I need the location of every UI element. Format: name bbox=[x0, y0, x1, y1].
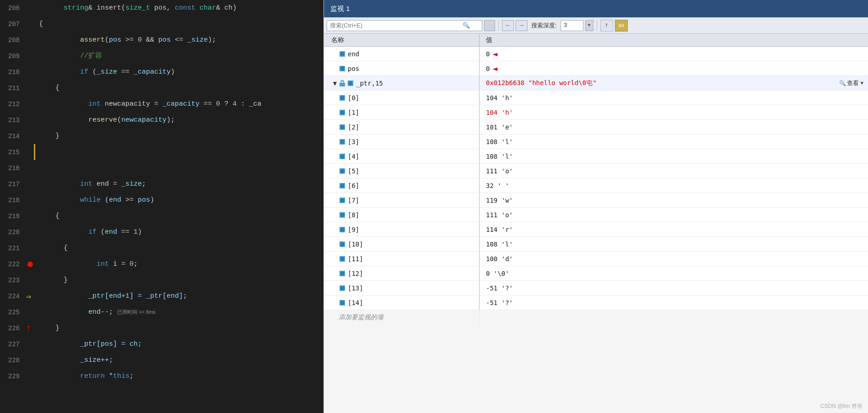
watch-value-ptr: 0x012b6638 "hhello world\0屯" 🔍 查看 ▼ bbox=[480, 76, 868, 90]
watch-rows: end 0 ◄ pos 0 ◄ ▼ bbox=[324, 47, 868, 325]
var-name-ptr-9: [9] bbox=[348, 226, 359, 233]
watch-value-ptr-5: 111 'o' bbox=[480, 164, 868, 178]
gutter-226: ↑ bbox=[25, 320, 35, 336]
pin-icon-btn[interactable]: ⊤ bbox=[600, 20, 613, 32]
code-line-229: 229 return *this; bbox=[0, 368, 320, 384]
svg-rect-30 bbox=[340, 257, 344, 261]
line-num-221: 221 bbox=[0, 245, 25, 252]
var-name-ptr-11: [11] bbox=[348, 255, 363, 263]
var-name-ptr-10: [10] bbox=[348, 241, 363, 248]
cube-icon-ptr-5 bbox=[339, 167, 346, 175]
gutter-216 bbox=[25, 160, 35, 176]
watch-value-ptr-6: 32 ' ' bbox=[480, 178, 868, 193]
search-dropdown-btn[interactable]: ▼ bbox=[484, 20, 495, 31]
back-btn[interactable]: ← bbox=[502, 20, 514, 31]
code-content-214: } bbox=[35, 128, 59, 144]
cube-icon-end bbox=[339, 50, 346, 58]
depth-dropdown-btn[interactable]: ▼ bbox=[585, 20, 593, 31]
gutter-217 bbox=[25, 176, 35, 192]
cube-icon-ptr-4 bbox=[339, 153, 346, 160]
watch-value-ptr-10: 108 'l' bbox=[480, 237, 868, 251]
cube-icon-ptr-3 bbox=[339, 138, 346, 145]
watch-row-ptr-3[interactable]: [3] 108 'l' bbox=[324, 134, 868, 149]
watch-row-ptr-2[interactable]: [2] 101 'e' bbox=[324, 120, 868, 134]
var-name-ptr-1: [1] bbox=[348, 109, 359, 116]
view-text[interactable]: 查看 bbox=[847, 79, 859, 87]
search-box[interactable]: 🔍 bbox=[327, 20, 482, 31]
expand-arrow-pos bbox=[331, 65, 339, 72]
watch-row-ptr-5[interactable]: [5] 111 'o' bbox=[324, 164, 868, 178]
depth-value: 3 bbox=[561, 20, 583, 31]
watch-row-ptr-6[interactable]: [6] 32 ' ' bbox=[324, 178, 868, 193]
expand-arrow-ptr: ▼ bbox=[331, 80, 339, 87]
breakpoint-222[interactable] bbox=[27, 262, 33, 267]
gutter-215 bbox=[25, 144, 35, 160]
search-icon: 🔍 bbox=[463, 22, 470, 29]
watch-title-bar: 监视 1 bbox=[324, 0, 868, 17]
watch-row-ptr[interactable]: ▼ _ptr,15 0x012b6638 "hhello world\0屯" 🔍… bbox=[324, 76, 868, 91]
toolbar-separator-1 bbox=[498, 21, 499, 31]
view-dropdown[interactable]: ▼ bbox=[860, 80, 864, 86]
hex-icon-btn[interactable]: ab bbox=[615, 20, 628, 32]
watermark: CSDN @lim 胖哥 bbox=[820, 402, 863, 410]
watch-row-ptr-14[interactable]: [14] -51 '?' bbox=[324, 295, 868, 310]
watch-row-ptr-8[interactable]: [8] 111 'o' bbox=[324, 208, 868, 222]
gutter-222 bbox=[25, 256, 35, 272]
cube-icon-ptr-11 bbox=[339, 255, 346, 263]
watch-title: 监视 1 bbox=[330, 5, 350, 13]
col-header-name: 名称 bbox=[324, 34, 480, 46]
watch-value-ptr-8: 111 'o' bbox=[480, 208, 868, 222]
var-name-ptr-3: [3] bbox=[348, 138, 359, 145]
line-num-217: 217 bbox=[0, 181, 25, 188]
svg-rect-8 bbox=[340, 96, 344, 100]
cube-icon-pos bbox=[339, 65, 346, 72]
var-name-ptr-12: [12] bbox=[348, 270, 363, 277]
svg-rect-18 bbox=[340, 169, 344, 173]
watch-row-pos[interactable]: pos 0 ◄ bbox=[324, 61, 868, 76]
watch-row-ptr-0[interactable]: [0] 104 'h' bbox=[324, 91, 868, 105]
line-num-206: 206 bbox=[0, 5, 25, 12]
var-name-end: end bbox=[348, 50, 359, 58]
forward-btn[interactable]: → bbox=[516, 20, 528, 31]
gutter-229 bbox=[25, 368, 35, 384]
var-name-ptr-5: [5] bbox=[348, 167, 359, 175]
watch-row-ptr-7[interactable]: [7] 119 'w' bbox=[324, 193, 868, 208]
code-line-213: 213 reserve(newcapacity); bbox=[0, 112, 320, 128]
cube-icon-ptr-9 bbox=[339, 226, 346, 233]
code-line-222: 222 int i = 0; bbox=[0, 256, 320, 272]
line-num-226: 226 bbox=[0, 325, 25, 332]
watch-value-ptr-4: 108 'l' bbox=[480, 149, 868, 163]
watch-row-ptr-4[interactable]: [4] 108 'l' bbox=[324, 149, 868, 164]
gutter-210 bbox=[25, 64, 35, 80]
watch-name-ptr-1: [1] bbox=[324, 105, 480, 119]
var-name-ptr-0: [0] bbox=[348, 94, 359, 102]
line-num-208: 208 bbox=[0, 37, 25, 44]
search-input[interactable] bbox=[330, 22, 463, 29]
watch-row-ptr-12[interactable]: [12] 0 '\0' bbox=[324, 266, 868, 281]
watch-row-ptr-1[interactable]: [1] 104 'h' bbox=[324, 105, 868, 120]
line-num-209: 209 bbox=[0, 53, 25, 60]
view-link-ptr[interactable]: 🔍 查看 ▼ bbox=[839, 79, 864, 87]
code-content-229: return *this; bbox=[35, 352, 134, 400]
svg-rect-34 bbox=[340, 286, 344, 290]
watch-row-end[interactable]: end 0 ◄ bbox=[324, 47, 868, 61]
watch-value-ptr-7: 119 'w' bbox=[480, 193, 868, 207]
svg-rect-24 bbox=[340, 213, 344, 217]
gutter-224: ⇒ bbox=[25, 288, 35, 304]
watch-panel: 监视 1 🔍 ▼ ← → 搜索深度: 3 ▼ ⊤ ab 名称 值 bbox=[323, 0, 868, 413]
lock-icon-ptr bbox=[339, 80, 346, 87]
var-name-ptr-2: [2] bbox=[348, 123, 359, 131]
watch-row-ptr-13[interactable]: [13] -51 '?' bbox=[324, 281, 868, 295]
var-name-ptr-14: [14] bbox=[348, 299, 363, 306]
watch-name-ptr-4: [4] bbox=[324, 149, 480, 163]
watch-row-ptr-11[interactable]: [11] 100 'd' bbox=[324, 252, 868, 266]
svg-rect-22 bbox=[340, 198, 344, 202]
watch-row-ptr-9[interactable]: [9] 114 'r' bbox=[324, 222, 868, 237]
gutter-227 bbox=[25, 336, 35, 352]
watch-name-end: end bbox=[324, 47, 480, 61]
gutter-209 bbox=[25, 48, 35, 64]
line-num-212: 212 bbox=[0, 101, 25, 108]
watch-row-ptr-10[interactable]: [10] 108 'l' bbox=[324, 237, 868, 252]
code-line-220: 220 if (end == 1) bbox=[0, 224, 320, 240]
watch-row-add[interactable]: 添加要监视的项 bbox=[324, 310, 868, 325]
